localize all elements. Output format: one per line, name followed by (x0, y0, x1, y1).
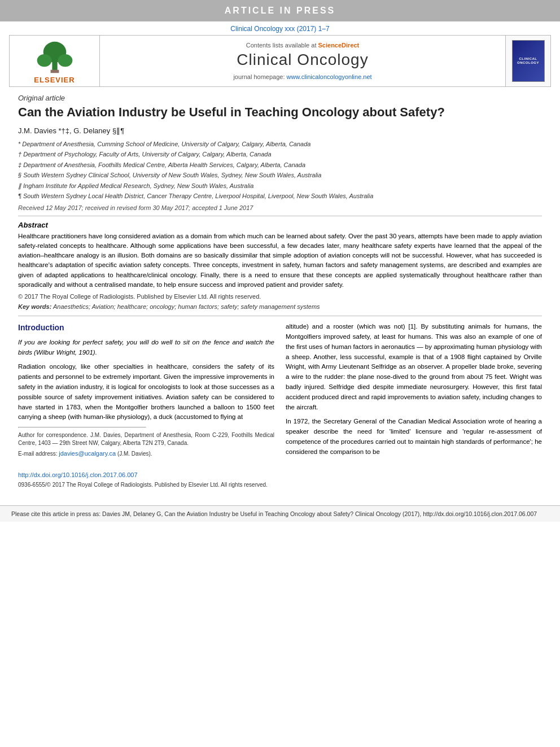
body-right-column: altitude) and a rooster (which was not) … (286, 322, 542, 490)
journal-homepage-link[interactable]: www.clinicaloncologyonline.net (287, 73, 372, 80)
sciencedirect-label: Contents lists available at ScienceDirec… (246, 42, 360, 49)
elsevier-label: ELSEVIER (34, 76, 75, 84)
footnote-email: E-mail address: jdavies@ucalgary.ca (J.M… (18, 449, 274, 458)
affiliations: * Department of Anesthesia, Cumming Scho… (18, 139, 542, 201)
doi-link[interactable]: http://dx.doi.org/10.1016/j.clon.2017.06… (18, 471, 138, 478)
keywords-line: Key words: Anaesthetics; Aviation; healt… (18, 303, 542, 310)
abstract-text: Healthcare practitioners have long consi… (18, 231, 542, 290)
intro-para-1: If you are looking for perfect safety, y… (18, 338, 274, 358)
elsevier-tree-icon (27, 41, 83, 75)
authors-line: J.M. Davies *†‡, G. Delaney §‖¶ (18, 126, 542, 135)
article-type: Original article (18, 94, 542, 102)
svg-point-3 (58, 54, 72, 67)
keywords-label: Key words: (18, 303, 51, 310)
keywords-text: Anaesthetics; Aviation; healthcare; onco… (53, 303, 320, 310)
affiliation-2: † Department of Psychology, Faculty of A… (18, 150, 542, 159)
issn-line: 0936-6555/© 2017 The Royal College of Ra… (18, 480, 274, 490)
footnote-correspondence: Author for correspondence. J.M. Davies, … (18, 431, 274, 447)
journal-header-center: Contents lists available at ScienceDirec… (100, 36, 505, 86)
journal-cover: CLINICALONCOLOGY (505, 36, 550, 86)
abstract-title: Abstract (18, 221, 542, 229)
journal-cover-box: CLINICALONCOLOGY (512, 40, 545, 82)
affiliation-6: ¶ South Western Sydney Local Health Dist… (18, 191, 542, 201)
abstract-section: Abstract Healthcare practitioners have l… (18, 221, 542, 311)
affiliation-4: § South Western Sydney Clinical School, … (18, 171, 542, 180)
intro-para-2: Radiation oncology, like other specialti… (18, 362, 274, 422)
journal-header: ELSEVIER Contents lists available at Sci… (9, 35, 551, 87)
doi-link-line: http://dx.doi.org/10.1016/j.clon.2017.06… (18, 470, 274, 480)
divider-1 (18, 216, 542, 216)
svg-rect-4 (50, 70, 59, 73)
footnote-divider (18, 427, 146, 428)
journal-homepage-line: journal homepage: www.clinicaloncologyon… (233, 73, 371, 80)
copyright-line: © 2017 The Royal College of Radiologists… (18, 293, 542, 300)
sciencedirect-link[interactable]: ScienceDirect (318, 42, 360, 49)
journal-title: Clinical Oncology (237, 51, 368, 69)
footer-citation-text: Please cite this article in press as: Da… (11, 510, 537, 517)
article-title: Can the Aviation Industry be Useful in T… (18, 104, 542, 121)
affiliation-1: * Department of Anesthesia, Cumming Scho… (18, 139, 542, 149)
body-left-column: Introduction If you are looking for perf… (18, 322, 274, 490)
elsevier-logo-area: ELSEVIER (10, 36, 100, 86)
introduction-title: Introduction (18, 322, 274, 334)
affiliation-5: ‖ Ingham Institute for Applied Medical R… (18, 181, 542, 191)
body-columns: Introduction If you are looking for perf… (18, 322, 542, 490)
divider-2 (18, 316, 542, 316)
journal-reference: Clinical Oncology xxx (2017) 1–7 (0, 21, 560, 35)
affiliation-3: ‡ Department of Anesthesia, Foothills Me… (18, 160, 542, 170)
footer-citation-bar: Please cite this article in press as: Da… (0, 505, 560, 522)
svg-point-2 (37, 54, 51, 67)
received-date: Received 12 May 2017; received in revise… (18, 204, 542, 211)
right-para-1: altitude) and a rooster (which was not) … (286, 322, 542, 412)
article-in-press-banner: ARTICLE IN PRESS (0, 0, 560, 21)
main-content: Original article Can the Aviation Indust… (0, 87, 560, 496)
author-email-link[interactable]: jdavies@ucalgary.ca (59, 450, 116, 457)
right-para-2: In 1972, the Secretary General of the Ca… (286, 417, 542, 457)
